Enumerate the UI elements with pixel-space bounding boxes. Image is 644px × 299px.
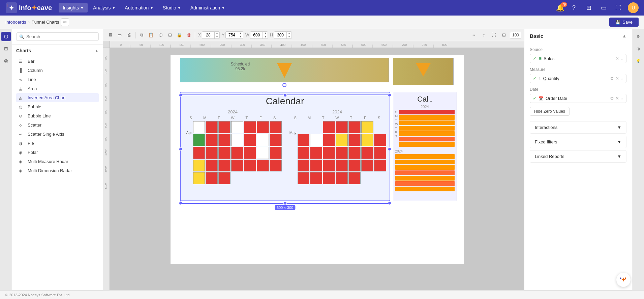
charts-collapse-btn[interactable]: ▲ bbox=[94, 48, 99, 53]
h-down-btn[interactable]: ▼ bbox=[287, 35, 292, 38]
toolbar-paste-btn[interactable]: 📋 bbox=[147, 31, 155, 39]
chart-item-inverted-area[interactable]: ◭ Inverted Area Chart bbox=[16, 93, 99, 102]
logo-text: Info✦eave bbox=[19, 4, 52, 12]
right-edge-lightbulb-btn[interactable]: 💡 bbox=[634, 56, 643, 65]
chart-item-bubble[interactable]: ◎ Bubble bbox=[16, 102, 99, 111]
date-settings-btn[interactable]: ⚙ bbox=[610, 96, 614, 101]
x-input[interactable] bbox=[202, 32, 214, 38]
w-input[interactable] bbox=[250, 32, 263, 38]
linked-reports-accordion-header[interactable]: Linked Reports ▼ bbox=[530, 151, 626, 162]
chart-item-bubble-line[interactable]: ⊙ Bubble Line bbox=[16, 111, 99, 120]
svg-text:900: 900 bbox=[104, 123, 107, 128]
right-edge-eye-btn[interactable]: ◎ bbox=[634, 44, 643, 53]
search-input[interactable] bbox=[26, 34, 96, 39]
toolbar-select-btn[interactable]: ▭ bbox=[115, 31, 124, 39]
source-clear-btn[interactable]: ✕ bbox=[615, 56, 619, 61]
measure-value: Quantity bbox=[543, 76, 608, 81]
sidebar-icon-eye[interactable]: ◎ bbox=[1, 56, 11, 65]
canvas-content[interactable]: Scheduled 95.2k Calendar bbox=[110, 48, 524, 295]
chart-item-pie[interactable]: ◑ Pie bbox=[16, 139, 99, 148]
interactions-accordion-header[interactable]: Interactions ▼ bbox=[530, 121, 626, 133]
noesys-logo-icon: ✦ ● ● bbox=[617, 274, 630, 286]
toolbar-fullscreen-btn[interactable]: ⛶ bbox=[490, 31, 498, 39]
date-chevron[interactable]: ⌄ bbox=[620, 96, 623, 101]
funnel-triangle bbox=[277, 63, 292, 78]
sidebar-icon-filter[interactable]: ⊟ bbox=[1, 44, 11, 53]
h-up-btn[interactable]: ▲ bbox=[287, 32, 292, 35]
toolbar-grid-btn[interactable]: ⊞ bbox=[500, 31, 509, 39]
chart-item-bar[interactable]: ☰ Bar bbox=[16, 57, 99, 66]
y-up-btn[interactable]: ▲ bbox=[238, 32, 243, 35]
noesys-logo-btn[interactable]: ✦ ● ● bbox=[616, 273, 631, 287]
fixed-filters-accordion-header[interactable]: Fixed filters ▼ bbox=[530, 136, 626, 148]
sidebar-icon-layers[interactable]: ⬡ bbox=[1, 32, 11, 41]
funnel-chart-element[interactable]: Scheduled 95.2k bbox=[180, 58, 389, 85]
polar-icon: ◉ bbox=[19, 150, 24, 155]
svg-text:400: 400 bbox=[280, 43, 285, 47]
scatter-icon: ⊹ bbox=[19, 123, 24, 128]
measure-settings-btn[interactable]: ⚙ bbox=[610, 76, 614, 81]
nav-item-insights[interactable]: Insights ▼ bbox=[59, 3, 88, 12]
toolbar-print-btn[interactable]: 🖨 bbox=[125, 31, 133, 39]
right-panel-collapse-btn[interactable]: ▲ bbox=[622, 33, 626, 38]
save-button[interactable]: 💾 Save bbox=[609, 18, 639, 27]
svg-text:750: 750 bbox=[422, 43, 427, 47]
toolbar-copy-btn[interactable]: ⧉ bbox=[137, 31, 146, 39]
toolbar-lock-btn[interactable]: 🔒 bbox=[175, 31, 184, 39]
svg-text:✦: ✦ bbox=[8, 4, 14, 12]
chart-item-column[interactable]: ▐ Column bbox=[16, 66, 99, 75]
library-icon[interactable]: ⊞ bbox=[583, 2, 594, 13]
ruler-row: 0 50 100 150 200 250 300 bbox=[103, 41, 524, 48]
chart-item-polar[interactable]: ◉ Polar bbox=[16, 148, 99, 157]
measure-section: Measure ✓ Σ Quantity ⚙ ✕ ⌄ bbox=[530, 67, 626, 83]
breadcrumb-parent[interactable]: Infoboards bbox=[5, 20, 26, 25]
preview-eye-btn[interactable]: 👁 bbox=[61, 18, 69, 26]
handle-bc[interactable] bbox=[283, 201, 287, 205]
help-icon[interactable]: ? bbox=[569, 2, 579, 13]
date-clear-btn[interactable]: ✕ bbox=[615, 96, 619, 101]
hide-zero-btn[interactable]: Hide Zero Values bbox=[530, 107, 570, 116]
measure-chevron[interactable]: ⌄ bbox=[620, 76, 623, 81]
chart-item-multi-dimension-radar[interactable]: ◈ Multi Dimension Radar bbox=[16, 166, 99, 175]
nav-item-studio[interactable]: Studio ▼ bbox=[159, 3, 185, 12]
toolbar-align-btn[interactable]: ⊞ bbox=[165, 31, 174, 39]
notification-bell[interactable]: 🔔 79 bbox=[556, 4, 564, 12]
app-logo[interactable]: ✦ I Info✦eave bbox=[5, 2, 52, 14]
chart-item-area[interactable]: ◬ Area bbox=[16, 84, 99, 93]
nav-item-automation[interactable]: Automation ▼ bbox=[121, 3, 157, 12]
x-down-btn[interactable]: ▼ bbox=[215, 35, 219, 38]
funnel-bottom-handle[interactable] bbox=[282, 83, 286, 87]
ruler-h-svg: 0 50 100 150 200 250 300 bbox=[110, 41, 524, 48]
svg-text:1100: 1100 bbox=[104, 183, 107, 189]
nav-item-administration[interactable]: Administration ▼ bbox=[186, 3, 229, 12]
toolbar-monitor-btn[interactable]: 🖥 bbox=[106, 31, 115, 39]
chart-item-line[interactable]: ∿ Line bbox=[16, 75, 99, 84]
chart-item-multi-measure-radar[interactable]: ◈ Multi Measure Radar bbox=[16, 157, 99, 166]
nav-item-analysis[interactable]: Analysis ▼ bbox=[89, 3, 119, 12]
chart-item-scatter[interactable]: ⊹ Scatter bbox=[16, 120, 99, 130]
x-up-btn[interactable]: ▲ bbox=[215, 32, 219, 35]
h-input[interactable] bbox=[274, 32, 286, 38]
right-panel-body: Source ✓ ⊞ Sales ✕ ⌄ Measure ✓ Σ Quan bbox=[524, 43, 632, 299]
toolbar-dup-btn[interactable]: ⬡ bbox=[156, 31, 165, 39]
view-icon[interactable]: ▭ bbox=[598, 2, 609, 13]
y-down-btn[interactable]: ▼ bbox=[238, 35, 243, 38]
calendar-chart-element[interactable]: Calendar 2024 SMTWTFS bbox=[180, 92, 390, 201]
measure-clear-btn[interactable]: ✕ bbox=[615, 76, 619, 81]
w-down-btn[interactable]: ▼ bbox=[263, 35, 268, 38]
chart-item-scatter-single[interactable]: ⊸ Scatter Single Axis bbox=[16, 130, 99, 139]
handle-bl[interactable] bbox=[179, 201, 182, 205]
toolbar-resize-btn[interactable]: ↔ bbox=[469, 31, 478, 39]
w-up-btn[interactable]: ▲ bbox=[263, 32, 268, 35]
y-input[interactable] bbox=[226, 32, 238, 38]
svg-text:850: 850 bbox=[104, 110, 107, 114]
user-avatar[interactable]: U bbox=[628, 2, 639, 13]
handle-br[interactable] bbox=[388, 201, 391, 205]
toolbar-coords: X ▲ ▼ Y ▲ ▼ bbox=[198, 31, 292, 39]
source-chevron[interactable]: ⌄ bbox=[620, 56, 623, 61]
toolbar-expand-v-btn[interactable]: ↕ bbox=[480, 31, 488, 39]
charts-title: Charts bbox=[16, 48, 31, 53]
toolbar-delete-btn[interactable]: 🗑 bbox=[184, 31, 193, 39]
right-edge-settings-btn[interactable]: ⚙ bbox=[634, 32, 643, 41]
expand-icon[interactable]: ⛶ bbox=[613, 2, 624, 13]
